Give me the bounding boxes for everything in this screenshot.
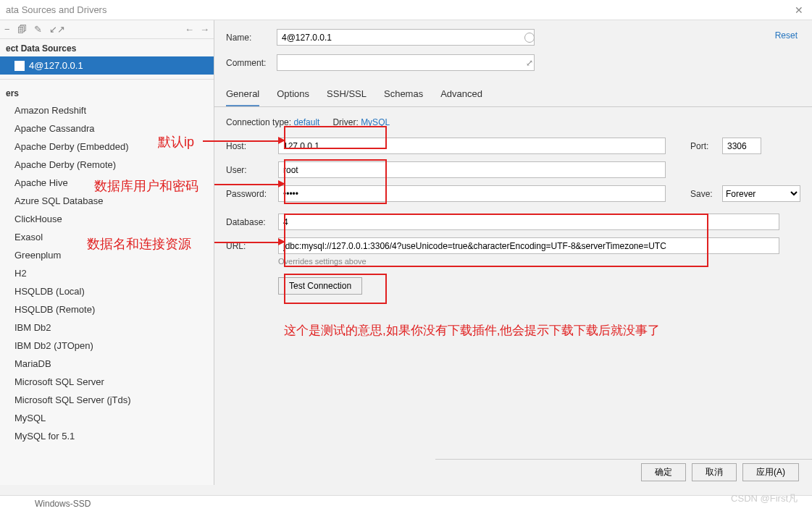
reset-link[interactable]: Reset — [775, 30, 798, 41]
port-input[interactable] — [722, 138, 761, 154]
host-label: Host: — [226, 141, 272, 151]
comment-input[interactable] — [277, 54, 535, 71]
tab-general[interactable]: General — [226, 88, 259, 106]
tab-schemas[interactable]: Schemas — [384, 88, 423, 106]
driver-label: Greenplum — [14, 250, 61, 261]
arrow-dburl — [214, 242, 281, 243]
arrow-head-dburl — [278, 238, 285, 245]
driver-label: Apache Derby (Embedded) — [14, 141, 129, 152]
database-label: Database: — [226, 217, 272, 227]
arrows-icon[interactable]: ↙↗ — [49, 24, 65, 35]
driver-item[interactable]: Microsoft SQL Server (jTds) — [0, 391, 214, 409]
close-icon[interactable]: ✕ — [792, 4, 806, 16]
bottom-left: Windows-SSD — [35, 499, 91, 509]
driver-icon — [0, 287, 10, 297]
minus-icon[interactable]: − — [4, 24, 10, 35]
right-panel: Reset Name: Comment: ⤢ GeneralOptionsSSH… — [214, 20, 812, 485]
conn-type-value[interactable]: default — [293, 117, 319, 127]
host-input[interactable] — [278, 138, 666, 154]
conn-type-label: Connection type: — [226, 117, 291, 127]
driver-label: MySQL — [14, 413, 46, 423]
driver-label: MariaDB — [14, 358, 51, 369]
driver-icon — [0, 250, 10, 261]
annotation-ip: 默认ip — [158, 133, 194, 151]
nav-left-icon[interactable]: ← — [185, 24, 194, 35]
driver-icon — [0, 124, 10, 134]
test-connection-button[interactable]: Test Connection — [278, 277, 362, 295]
driver-icon — [0, 269, 10, 279]
driver-icon — [0, 178, 10, 188]
driver-item[interactable]: Apache Derby (Remote) — [0, 156, 214, 174]
dialog-footer: 确定 取消 应用(A) — [435, 459, 812, 485]
driver-label: ClickHouse — [14, 214, 62, 224]
driver-item[interactable]: MariaDB — [0, 355, 214, 373]
user-input[interactable] — [278, 161, 666, 178]
driver-label: IBM Db2 — [14, 322, 51, 333]
password-input[interactable] — [278, 185, 666, 202]
driver-label: MySQL for 5.1 — [14, 431, 75, 442]
tab-content-general: Connection type: default Driver: MySQL H… — [214, 107, 812, 485]
driver-icon — [0, 214, 10, 224]
driver-icon — [0, 305, 10, 315]
annotation-userpwd: 数据库用户和密码 — [94, 177, 198, 195]
driver-label: IBM Db2 (JTOpen) — [14, 340, 93, 351]
driver-item[interactable]: MySQL — [0, 409, 214, 427]
annotation-dburl: 数据名和连接资源 — [87, 235, 191, 253]
name-input[interactable] — [277, 29, 535, 46]
driver-label: HSQLDB (Local) — [14, 286, 85, 297]
tab-options[interactable]: Options — [277, 88, 309, 106]
titlebar: ata Sources and Drivers ✕ — [0, 0, 812, 20]
tab-advanced[interactable]: Advanced — [440, 88, 482, 106]
driver-icon — [0, 106, 10, 116]
password-label: Password: — [226, 189, 272, 199]
override-text: Overrides settings above — [278, 257, 800, 266]
datasources-header: ect Data Sources — [0, 39, 214, 56]
driver-icon — [0, 413, 10, 423]
arrow-head-ip — [278, 137, 285, 144]
database-icon — [14, 61, 25, 71]
driver-item[interactable]: IBM Db2 (JTOpen) — [0, 337, 214, 355]
bottom-strip: Windows-SSD — [0, 495, 812, 511]
driver-icon — [0, 377, 10, 387]
driver-item[interactable]: Microsoft SQL Server — [0, 373, 214, 391]
driver-item[interactable]: HSQLDB (Local) — [0, 282, 214, 300]
driver-item[interactable]: MySQL for 5.1 — [0, 427, 214, 445]
database-input[interactable] — [278, 214, 779, 230]
name-label: Name: — [226, 33, 271, 43]
driver-item[interactable]: HSQLDB (Remote) — [0, 300, 214, 318]
driver-value[interactable]: MySQL — [361, 117, 390, 127]
driver-label: HSQLDB (Remote) — [14, 304, 95, 315]
driver-label: Driver: — [332, 117, 358, 127]
arrow-userpwd — [214, 184, 281, 185]
driver-label: Apache Cassandra — [14, 123, 95, 134]
save-select[interactable]: Forever — [722, 185, 800, 202]
driver-icon — [0, 359, 10, 369]
driver-item[interactable]: ClickHouse — [0, 210, 214, 228]
driver-label: Amazon Redshift — [14, 105, 86, 116]
ok-button[interactable]: 确定 — [641, 463, 686, 481]
driver-item[interactable]: H2 — [0, 264, 214, 282]
user-label: User: — [226, 165, 272, 175]
wrench-icon[interactable]: ✎ — [34, 24, 42, 35]
color-icon[interactable] — [524, 33, 535, 43]
driver-item[interactable]: IBM Db2 — [0, 318, 214, 337]
datasource-item[interactable]: 4@127.0.0.1 — [0, 56, 214, 75]
copy-icon[interactable]: 🗐 — [17, 24, 27, 35]
driver-icon — [0, 341, 10, 351]
datasource-label: 4@127.0.0.1 — [29, 60, 83, 71]
driver-label: Microsoft SQL Server — [14, 376, 104, 387]
driver-label: H2 — [14, 268, 27, 279]
drivers-header: ers — [0, 84, 214, 101]
nav-right-icon[interactable]: → — [200, 24, 209, 35]
comment-label: Comment: — [226, 58, 271, 68]
driver-list[interactable]: Amazon RedshiftApache CassandraApache De… — [0, 101, 214, 485]
url-input[interactable] — [278, 237, 779, 254]
driver-label: Apache Derby (Remote) — [14, 159, 116, 170]
tab-sshssl[interactable]: SSH/SSL — [327, 88, 367, 106]
dialog-title: ata Sources and Drivers — [6, 4, 106, 15]
cancel-button[interactable]: 取消 — [692, 463, 737, 481]
apply-button[interactable]: 应用(A) — [742, 463, 799, 481]
driver-icon — [0, 160, 10, 170]
expand-icon[interactable]: ⤢ — [526, 58, 533, 68]
driver-item[interactable]: Amazon Redshift — [0, 101, 214, 119]
